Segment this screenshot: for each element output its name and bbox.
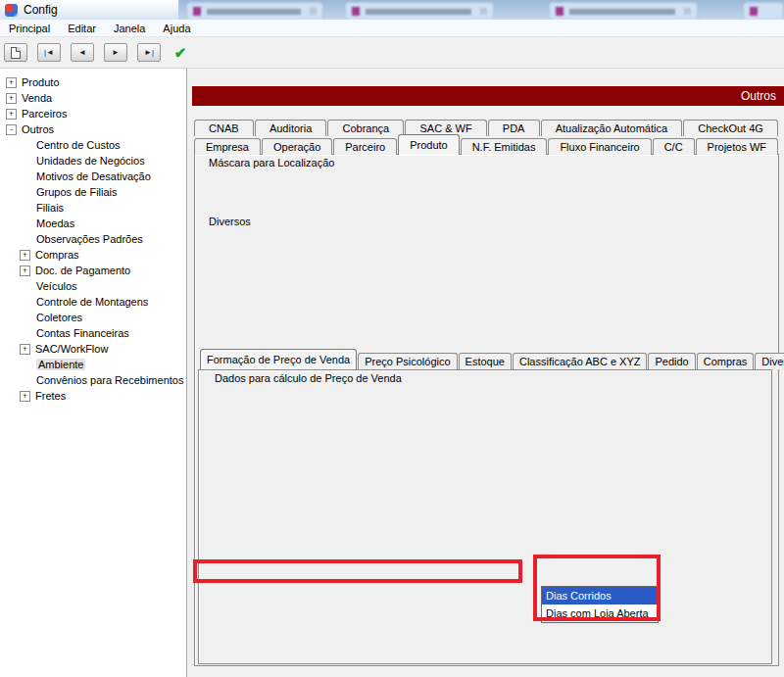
tab-empresa[interactable]: Empresa	[194, 138, 261, 155]
tree-item-label[interactable]: Ambiente	[36, 359, 85, 370]
tree-item-controle-de-montagens[interactable]: Controle de Montagens	[0, 294, 186, 310]
tab-operacao[interactable]: Operação	[262, 138, 332, 155]
tab-cc[interactable]: C/C	[653, 138, 695, 155]
confirm-button[interactable]: ✔	[169, 43, 192, 62]
tab-nf-emitidas[interactable]: N.F. Emitidas	[461, 138, 548, 155]
expand-icon[interactable]: +	[20, 266, 30, 276]
dropdown-option-dias-corridos[interactable]: Dias Corridos	[542, 587, 658, 604]
background-browser-tab	[186, 2, 323, 20]
expand-icon[interactable]: +	[20, 250, 30, 261]
window-title: Config	[24, 3, 58, 17]
tree-item-label[interactable]: Compras	[35, 249, 79, 261]
prior-record-icon: ◄	[78, 48, 86, 57]
tab-compras-inner[interactable]: Compras	[697, 353, 755, 369]
expand-icon[interactable]: +	[20, 391, 30, 402]
tree-item-label[interactable]: Observações Padrões	[36, 233, 143, 245]
window-titlebar: Config	[0, 0, 179, 20]
expand-icon[interactable]: +	[6, 93, 17, 104]
tree-item-label[interactable]: Convênios para Recebimentos c	[36, 374, 186, 386]
menu-ajuda[interactable]: Ajuda	[154, 20, 199, 37]
tree-item-doc-de-pagamento[interactable]: +Doc. de Pagamento	[0, 263, 186, 278]
tree-item-moedas[interactable]: Moedas	[0, 216, 186, 231]
tree-item-label[interactable]: Filiais	[36, 202, 64, 214]
toolbar: |◄ ◄ ► ►| ✔	[0, 37, 784, 69]
tree-item-label[interactable]: Grupos de Filiais	[36, 186, 118, 198]
background-browser-tab	[743, 2, 784, 20]
menu-principal[interactable]: Principal	[0, 20, 59, 37]
tab-diversos-inner[interactable]: Diversos	[755, 353, 784, 369]
tree-item-parceiros[interactable]: +Parceiros	[0, 106, 186, 121]
last-record-icon: ►|	[144, 48, 154, 57]
tab-preco-psicologico[interactable]: Preço Psicológico	[358, 353, 457, 369]
tree-item-venda[interactable]: +Venda	[0, 90, 186, 106]
tree-item-label[interactable]: SAC/WorkFlow	[35, 343, 108, 355]
tree-item-unidades-de-negocios[interactable]: Unidades de Negócios	[0, 153, 186, 169]
tree-item-label[interactable]: Doc. de Pagamento	[35, 265, 130, 276]
tree-item-label[interactable]: Controle de Montagens	[36, 296, 148, 308]
tree-item-produto[interactable]: +Produto	[0, 74, 186, 90]
elasticidade-dropdown-list: Dias Corridos Dias com Loja Aberta	[541, 586, 659, 623]
tab-classificacao-abc-xyz[interactable]: Classificação ABC e XYZ	[513, 353, 648, 369]
next-record-button[interactable]: ►	[104, 43, 127, 62]
prior-record-button[interactable]: ◄	[71, 43, 94, 62]
tree-item-label[interactable]: Venda	[22, 92, 52, 104]
tree-item-label[interactable]: Centro de Custos	[36, 139, 121, 151]
tree-item-label[interactable]: Moedas	[36, 218, 74, 229]
expand-icon[interactable]: +	[20, 344, 30, 355]
tree-item-ambiente[interactable]: Ambiente	[0, 357, 186, 372]
expand-icon[interactable]: +	[6, 109, 17, 120]
next-record-icon: ►	[112, 48, 120, 57]
mask-group-title: Máscara para Localização	[206, 157, 337, 169]
collapse-icon[interactable]: -	[6, 124, 17, 135]
fpv-group-title: Dados para cálculo de Preço de Venda	[212, 372, 405, 385]
tree-item-compras[interactable]: +Compras	[0, 247, 186, 263]
tree-item-label[interactable]: Veículos	[36, 280, 77, 292]
tree-item-coletores[interactable]: Coletores	[0, 310, 186, 325]
tab-estoque[interactable]: Estoque	[459, 353, 512, 369]
tree-item-label[interactable]: Contas Financeiras	[36, 327, 129, 339]
tree-item-centro-de-custos[interactable]: Centro de Custos	[0, 137, 186, 153]
first-record-icon: |◄	[44, 48, 54, 57]
tree-item-filiais[interactable]: Filiais	[0, 200, 186, 216]
diversos-group-title: Diversos	[206, 216, 254, 228]
tree-item-label[interactable]: Fretes	[35, 390, 66, 402]
menu-bar: Principal Editar Janela Ajuda	[0, 20, 784, 37]
tab-formacao-preco-venda[interactable]: Formação de Preço de Venda	[200, 349, 357, 369]
tree-item-label[interactable]: Produto	[22, 76, 60, 88]
tree-item-veiculos[interactable]: Veículos	[0, 278, 186, 294]
background-browser-tab	[345, 2, 494, 20]
tree-item-convenios[interactable]: Convênios para Recebimentos c	[0, 372, 186, 388]
last-record-button[interactable]: ►|	[137, 43, 161, 62]
check-icon: ✔	[174, 44, 187, 62]
tree-item-outros[interactable]: -Outros	[0, 121, 186, 137]
tree-item-observacoes-padroes[interactable]: Observações Padrões	[0, 231, 186, 247]
section-header: Outros	[192, 86, 784, 106]
tree-item-label[interactable]: Outros	[22, 123, 54, 135]
page-icon	[11, 47, 21, 59]
tree-item-label[interactable]: Coletores	[36, 312, 82, 323]
tab-projetos-wf[interactable]: Projetos WF	[696, 138, 778, 155]
background-browser-tab	[549, 2, 698, 20]
fpv-tab-panel	[198, 369, 772, 664]
tree-item-sac-workflow[interactable]: +SAC/WorkFlow	[0, 341, 186, 357]
new-record-button[interactable]	[4, 43, 27, 62]
tab-parceiro[interactable]: Parceiro	[333, 138, 397, 155]
menu-janela[interactable]: Janela	[105, 20, 154, 37]
tab-pedido[interactable]: Pedido	[648, 353, 695, 369]
tab-row-2: Empresa Operação Parceiro Produto N.F. E…	[194, 133, 779, 155]
inner-tab-row: Formação de Preço de Venda Preço Psicoló…	[200, 349, 784, 369]
tree-item-fretes[interactable]: +Fretes	[0, 388, 186, 404]
tree-item-label[interactable]: Unidades de Negócios	[36, 155, 145, 167]
first-record-button[interactable]: |◄	[37, 43, 61, 62]
menu-editar[interactable]: Editar	[59, 20, 105, 37]
tree-item-motivos-de-desativacao[interactable]: Motivos de Desativação	[0, 169, 186, 184]
tree-item-contas-financeiras[interactable]: Contas Financeiras	[0, 325, 186, 341]
navigation-tree: +Produto +Venda +Parceiros -Outros Centr…	[0, 69, 187, 677]
expand-icon[interactable]: +	[6, 77, 17, 88]
tree-item-label[interactable]: Parceiros	[22, 108, 67, 120]
dropdown-option-dias-loja-aberta[interactable]: Dias com Loja Aberta	[542, 604, 658, 622]
tree-item-label[interactable]: Motivos de Desativação	[36, 170, 151, 182]
tab-produto[interactable]: Produto	[398, 134, 459, 155]
tree-item-grupos-de-filiais[interactable]: Grupos de Filiais	[0, 184, 186, 200]
tab-fluxo-financeiro[interactable]: Fluxo Financeiro	[548, 138, 651, 155]
